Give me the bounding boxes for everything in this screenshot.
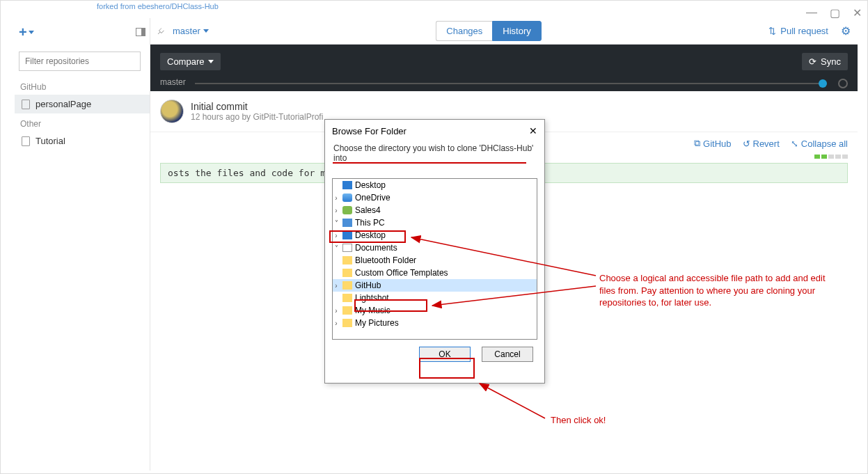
expand-icon[interactable]: [333, 294, 340, 302]
sidebar-section-heading: Other: [15, 113, 150, 132]
tree-node-label: Documents: [355, 243, 397, 253]
dialog-title: Browse For Folder: [332, 126, 407, 136]
expand-icon[interactable]: ›: [333, 282, 340, 290]
tree-node-desktop[interactable]: Desktop: [333, 179, 537, 191]
expand-icon[interactable]: ˅: [333, 219, 340, 227]
branch-name: master: [173, 26, 200, 36]
avatar: [160, 100, 184, 123]
forked-from-label: forked from ebeshero/DHClass-Hub: [97, 2, 219, 10]
gear-icon[interactable]: ⚙: [841, 24, 851, 38]
timeline: [195, 83, 819, 84]
repo-icon: [22, 136, 30, 146]
expand-icon[interactable]: ›: [333, 307, 340, 315]
sidebar-item-label: Tutorial: [35, 136, 65, 146]
folder-icon: [342, 319, 352, 327]
sidebar-item-label: personalPage: [35, 99, 91, 109]
pc-icon: [342, 219, 352, 227]
folder-icon: [342, 306, 352, 315]
sidebar-section-heading: GitHub: [15, 77, 150, 95]
add-repo-button[interactable]: +: [19, 24, 34, 40]
tree-node-label: This PC: [355, 218, 385, 228]
expand-icon[interactable]: ˅: [333, 244, 340, 252]
timeline-branch-label: master: [160, 77, 186, 87]
sidebar-item-tutorial[interactable]: Tutorial: [15, 132, 150, 150]
sidebar-toggle-icon[interactable]: [136, 28, 145, 36]
collapse-all-button[interactable]: ⤡Collapse all: [791, 138, 848, 149]
compare-dropdown[interactable]: Compare: [160, 53, 221, 70]
chevron-down-icon: [203, 29, 209, 33]
expand-icon[interactable]: [333, 257, 340, 264]
timeline-head-dot[interactable]: [838, 79, 848, 88]
cloud-icon: [342, 193, 352, 202]
browse-folder-dialog: Browse For Folder ✕ Choose the directory…: [324, 119, 545, 384]
sidebar-item-personalpage[interactable]: personalPage: [15, 95, 150, 113]
tree-node-bluetooth-folder[interactable]: Bluetooth Folder: [333, 254, 537, 267]
expand-icon[interactable]: ›: [333, 207, 340, 214]
pull-request-button[interactable]: ⇅ Pull request: [768, 26, 828, 36]
tree-node-label: My Pictures: [355, 318, 399, 328]
history-bar: Compare ⟳ Sync master: [150, 45, 858, 91]
desktop-icon: [342, 181, 352, 189]
expand-icon[interactable]: [333, 269, 340, 277]
sidebar: + GitHubpersonalPageOtherTutorial: [15, 18, 150, 471]
tree-node-custom-office-templates[interactable]: Custom Office Templates: [333, 267, 537, 279]
folder-tree: Desktop›OneDrive›Sales4˅This PC›Desktop˅…: [332, 178, 537, 340]
folder-icon: [342, 294, 352, 302]
pull-request-icon: ⇅: [768, 26, 776, 36]
tree-node-label: Sales4: [355, 205, 381, 215]
collapse-icon: ⤡: [791, 139, 798, 149]
tree-node-label: Custom Office Templates: [355, 268, 448, 278]
branch-dropdown[interactable]: master: [173, 26, 209, 36]
sync-button[interactable]: ⟳ Sync: [802, 53, 848, 70]
app-window: forked from ebeshero/DHClass-Hub — ▢ ✕ +…: [0, 0, 868, 474]
repo-icon: [22, 100, 30, 109]
sync-icon: ⟳: [809, 56, 816, 67]
doc-icon: [342, 244, 352, 252]
expand-icon[interactable]: ›: [333, 194, 340, 202]
expand-icon[interactable]: [333, 182, 340, 189]
annotation-text-1: Choose a logical and accessible file pat…: [599, 272, 829, 309]
tab-history[interactable]: History: [492, 21, 541, 41]
cancel-button[interactable]: Cancel: [482, 347, 533, 362]
revert-button[interactable]: ↺Revert: [743, 138, 780, 149]
folder-icon: [342, 269, 352, 277]
tree-node-this-pc[interactable]: ˅This PC: [333, 216, 537, 229]
chevron-down-icon: [208, 60, 214, 63]
folder-icon: [342, 256, 352, 264]
annotation-box-ok: [419, 358, 475, 379]
annotation-text-2: Then click ok!: [551, 414, 606, 427]
tree-node-label: OneDrive: [355, 193, 390, 203]
commit-meta: 12 hours ago by GitPitt-TutorialProfi: [191, 112, 323, 122]
toolbar: ⑂ master Changes History ⇅ Pull request …: [150, 18, 858, 45]
tree-node-github[interactable]: ›GitHub: [333, 279, 537, 292]
annotation-box-github: [354, 299, 427, 312]
tree-node-sales4[interactable]: ›Sales4: [333, 204, 537, 216]
annotation-box-thispc: [329, 230, 406, 243]
folder-icon: [342, 281, 352, 290]
tree-node-documents[interactable]: ˅Documents: [333, 242, 537, 254]
tab-changes[interactable]: Changes: [436, 21, 492, 41]
branch-icon: ⑂: [155, 25, 166, 37]
tree-node-my-pictures[interactable]: ›My Pictures: [333, 317, 537, 329]
filter-repos-input[interactable]: [19, 52, 141, 71]
revert-icon: ↺: [743, 139, 750, 149]
compare-label: Compare: [167, 56, 204, 67]
timeline-commit-dot[interactable]: [819, 79, 827, 88]
tree-node-label: Bluetooth Folder: [355, 255, 416, 265]
view-tabs: Changes History: [436, 21, 542, 41]
tree-node-onedrive[interactable]: ›OneDrive: [333, 191, 537, 204]
tree-node-label: GitHub: [355, 281, 381, 290]
annotation-underline: [333, 162, 526, 164]
expand-icon[interactable]: ›: [333, 319, 340, 327]
user-icon: [342, 206, 352, 214]
pull-request-label: Pull request: [780, 26, 828, 36]
commit-title: Initial commit: [191, 101, 323, 112]
sync-label: Sync: [821, 56, 841, 67]
dialog-close-icon[interactable]: ✕: [529, 125, 537, 136]
tree-node-label: Desktop: [355, 180, 386, 190]
external-link-icon: ⧉: [694, 138, 700, 149]
open-github-link[interactable]: ⧉GitHub: [694, 138, 731, 149]
